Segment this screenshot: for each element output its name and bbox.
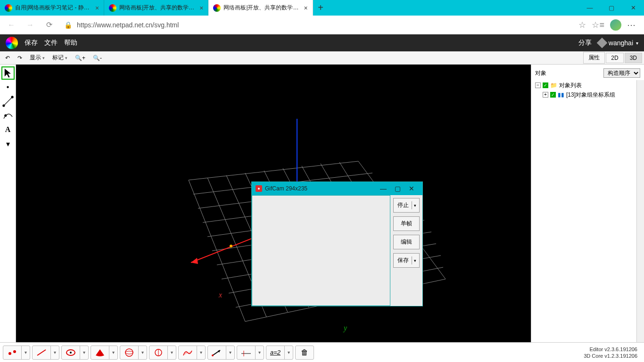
tool-variable[interactable]: a=2▾ — [266, 346, 293, 360]
browser-titlebar: 自用|网络画板学习笔记 - 静雅斋 × 网络画板|开放、共享的数学实验 × 网络… — [0, 0, 644, 16]
menu-save[interactable]: 保存 — [25, 39, 38, 47]
favicon — [5, 4, 12, 12]
svg-point-44 — [212, 354, 214, 356]
tool-rotate[interactable]: ▾ — [149, 346, 176, 360]
lock-icon: 🔒 — [64, 21, 72, 29]
editor-version: Editor v2.3.6.191206 — [584, 346, 637, 353]
svg-point-2 — [11, 96, 13, 98]
more-tools[interactable]: ▾ — [1, 137, 15, 150]
gifcam-window[interactable]: ● GifCam 294x235 — ▢ ✕ 停止▾ 单帧 编辑 保存▾ — [251, 181, 423, 306]
zoom-in-button[interactable]: 🔍+ — [72, 53, 89, 63]
tool-intersect[interactable]: ▾ — [3, 346, 30, 360]
curve-tool[interactable] — [1, 109, 15, 122]
version-info: Editor v2.3.6.191206 3D Core v1.2.3.1912… — [584, 346, 641, 359]
favorites-list-icon[interactable]: ☆≡ — [592, 20, 604, 30]
gifcam-edit-button[interactable]: 编辑 — [393, 235, 420, 249]
tree-root-label: 对象列表 — [559, 81, 582, 90]
gifcam-frame-button[interactable]: 单帧 — [393, 216, 420, 231]
user-menu[interactable]: wanghai ▾ — [598, 39, 638, 47]
menu-help[interactable]: 帮助 — [64, 39, 77, 47]
main-area: • A ▾ — [0, 65, 644, 342]
collapse-icon[interactable]: − — [535, 82, 541, 88]
close-icon[interactable]: × — [199, 4, 203, 12]
refresh-button[interactable]: ⟳ — [41, 17, 57, 33]
address-bar: ← → ⟳ 🔒 https://www.netpad.net.cn/svg.ht… — [0, 16, 644, 34]
favorite-icon[interactable]: ☆ — [578, 20, 586, 30]
tool-axis[interactable]: ▾ — [237, 346, 264, 360]
favicon — [213, 4, 221, 12]
app-menu-bar: 保存 文件 帮助 分享 wanghai ▾ — [0, 34, 644, 51]
tool-segment[interactable]: ▾ — [32, 346, 59, 360]
maximize-button[interactable]: ▢ — [601, 0, 622, 16]
back-button[interactable]: ← — [4, 17, 19, 33]
tool-surface[interactable]: ▾ — [178, 346, 206, 360]
tab-title: 网络画板|开放、共享的数学实验 — [119, 4, 195, 12]
svg-line-0 — [3, 97, 12, 106]
chevron-down-icon: ▾ — [636, 41, 638, 46]
core-version: 3D Core v1.2.3.191206 — [584, 353, 637, 359]
browser-tab-1[interactable]: 自用|网络画板学习笔记 - 静雅斋 × — [0, 0, 104, 16]
window-controls: — ▢ ✕ — [579, 0, 644, 16]
tab-2d[interactable]: 2D — [606, 53, 623, 63]
tab-3d[interactable]: 3D — [625, 53, 642, 63]
svg-point-38 — [70, 352, 72, 354]
close-window-button[interactable]: ✕ — [622, 0, 644, 16]
tool-ellipse[interactable]: ▾ — [61, 346, 89, 360]
new-tab-button[interactable]: + — [313, 0, 329, 16]
tab-properties[interactable]: 属性 — [583, 52, 605, 64]
url-text: https://www.netpad.net.cn/svg.html — [77, 21, 179, 29]
folder-icon: 📁 — [550, 81, 557, 90]
app-logo[interactable] — [6, 37, 18, 49]
browser-tab-2[interactable]: 网络画板|开放、共享的数学实验 × — [104, 0, 208, 16]
gifcam-maximize[interactable]: ▢ — [390, 185, 405, 192]
gifcam-title: GifCam 294x235 — [265, 185, 307, 192]
more-icon[interactable]: ⋯ — [627, 20, 636, 30]
close-icon[interactable]: × — [95, 4, 99, 12]
point-tool[interactable]: • — [1, 81, 15, 94]
minimize-button[interactable]: — — [579, 0, 601, 16]
tool-sphere[interactable]: ▾ — [120, 346, 147, 360]
gifcam-close[interactable]: ✕ — [405, 185, 419, 192]
svg-line-15 — [189, 180, 245, 321]
svg-point-39 — [125, 349, 133, 356]
object-panel: 对象 构造顺序 − ✓ 📁 对象列表 + ✓ ▮▮ [13]对象组坐标系组 — [531, 65, 644, 342]
tree-root-row[interactable]: − ✓ 📁 对象列表 — [535, 81, 640, 90]
close-icon[interactable]: × — [304, 4, 307, 12]
secondary-toolbar: ↶ ↷ 显示▾ 标记▾ 🔍+ 🔍- 属性 2D 3D — [0, 51, 644, 65]
forward-button[interactable]: → — [23, 17, 38, 33]
trash-button[interactable]: 🗑 — [295, 346, 314, 360]
share-button[interactable]: 分享 — [578, 39, 592, 47]
line-tool[interactable] — [1, 95, 15, 108]
gifcam-minimize[interactable]: — — [376, 185, 390, 192]
zoom-out-button[interactable]: 🔍- — [90, 53, 105, 63]
url-box[interactable]: 🔒 https://www.netpad.net.cn/svg.html — [60, 21, 575, 29]
tool-vector[interactable]: ▾ — [207, 346, 235, 360]
order-select[interactable]: 构造顺序 — [603, 68, 640, 78]
tab-title: 自用|网络画板学习笔记 - 静雅斋 — [15, 4, 91, 12]
expand-icon[interactable]: + — [543, 92, 548, 98]
canvas-3d[interactable]: O x y ● GifCam 294x235 — ▢ ✕ 停止▾ 单帧 编辑 保… — [16, 65, 531, 342]
svg-line-36 — [37, 350, 46, 355]
browser-tab-3-active[interactable]: 网络画板|开放、共享的数学实验 × — [208, 0, 313, 16]
tree-child-row[interactable]: + ✓ ▮▮ [13]对象组坐标系组 — [535, 90, 640, 99]
gifcam-stop-button[interactable]: 停止▾ — [393, 198, 420, 213]
vertical-scrollbar[interactable] — [636, 80, 644, 342]
object-tree: − ✓ 📁 对象列表 + ✓ ▮▮ [13]对象组坐标系组 — [535, 81, 640, 99]
undo-button[interactable]: ↶ — [2, 53, 13, 63]
chart-icon: ▮▮ — [558, 90, 564, 99]
text-tool[interactable]: A — [1, 123, 15, 136]
pointer-tool[interactable] — [1, 66, 15, 80]
checkbox-icon[interactable]: ✓ — [543, 82, 548, 88]
menu-file[interactable]: 文件 — [44, 39, 58, 47]
svg-marker-27 — [191, 258, 198, 264]
show-dropdown[interactable]: 显示▾ — [26, 52, 48, 63]
bottom-toolbar: ▾ ▾ ▾ ▾ ▾ ▾ ▾ ▾ ▾ a=2▾ 🗑 Editor v2.3.6.1… — [0, 342, 644, 362]
gifcam-titlebar[interactable]: ● GifCam 294x235 — ▢ ✕ — [252, 182, 422, 195]
gifcam-save-button[interactable]: 保存▾ — [393, 253, 420, 268]
tool-cone[interactable]: ▾ — [91, 346, 118, 360]
mark-dropdown[interactable]: 标记▾ — [49, 52, 71, 63]
profile-avatar[interactable] — [610, 19, 621, 31]
checkbox-icon[interactable]: ✓ — [550, 92, 556, 98]
redo-button[interactable]: ↷ — [14, 53, 25, 63]
record-icon: ● — [256, 185, 262, 192]
